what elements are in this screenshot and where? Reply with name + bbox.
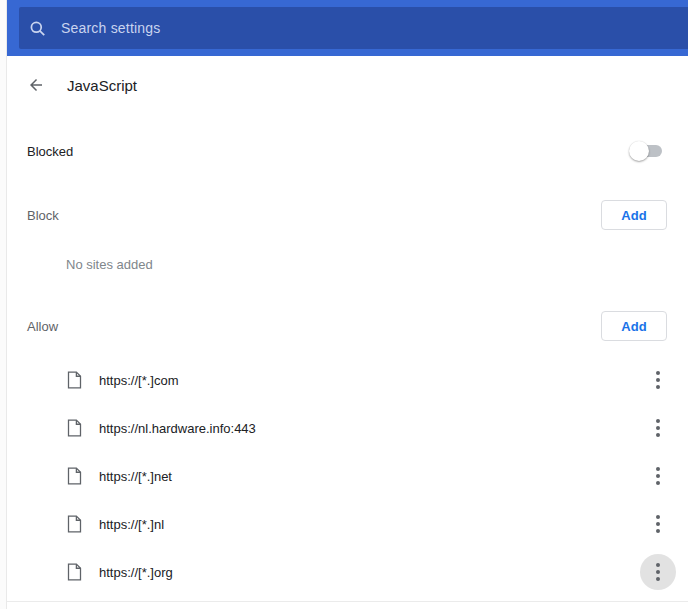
search-placeholder: Search settings — [61, 20, 161, 36]
site-url: https://[*.]com — [99, 373, 640, 388]
site-menu-button[interactable] — [640, 362, 676, 398]
document-icon — [67, 419, 82, 437]
site-url: https://[*.]net — [99, 469, 640, 484]
arrow-back-icon — [27, 76, 45, 94]
main-panel: Search settings JavaScript Blocked — [7, 0, 688, 609]
document-icon — [67, 563, 82, 581]
site-menu-button-hovered[interactable] — [640, 554, 676, 590]
toggle-knob — [629, 141, 649, 161]
document-icon — [67, 467, 82, 485]
allow-section-header: Allow Add — [7, 296, 688, 356]
blocked-toggle-row: Blocked — [7, 114, 688, 188]
subheader: JavaScript — [7, 56, 688, 114]
card-bottom-divider — [7, 601, 688, 602]
blocked-toggle[interactable] — [629, 141, 663, 161]
site-url: https://[*.]org — [99, 565, 640, 580]
search-icon — [28, 19, 47, 38]
more-vert-icon — [656, 562, 660, 583]
more-vert-icon — [656, 466, 660, 487]
site-row: https://[*.]net — [7, 452, 688, 500]
site-row: https://[*.]org — [7, 548, 688, 596]
document-icon — [67, 371, 82, 389]
allow-site-list: https://[*.]com https://nl.hardware.info… — [7, 356, 688, 596]
site-row: https://[*.]nl — [7, 500, 688, 548]
more-vert-icon — [656, 418, 660, 439]
site-row: https://[*.]com — [7, 356, 688, 404]
site-menu-button[interactable] — [640, 458, 676, 494]
block-section-header: Block Add — [7, 188, 688, 242]
search-toolbar: Search settings — [7, 0, 688, 56]
page-title: JavaScript — [67, 77, 137, 94]
more-vert-icon — [656, 370, 660, 391]
allow-section-label: Allow — [27, 319, 58, 334]
block-add-button[interactable]: Add — [601, 200, 667, 230]
site-url: https://nl.hardware.info:443 — [99, 421, 640, 436]
left-gutter — [0, 0, 7, 609]
allow-add-button[interactable]: Add — [601, 311, 667, 341]
document-icon — [67, 515, 82, 533]
block-empty-row: No sites added — [7, 242, 688, 286]
site-url: https://[*.]nl — [99, 517, 640, 532]
site-menu-button[interactable] — [640, 506, 676, 542]
site-menu-button[interactable] — [640, 410, 676, 446]
block-empty-text: No sites added — [66, 257, 153, 272]
site-row: https://nl.hardware.info:443 — [7, 404, 688, 452]
more-vert-icon — [656, 514, 660, 535]
back-button[interactable] — [27, 76, 45, 94]
block-section-label: Block — [27, 208, 59, 223]
blocked-label: Blocked — [27, 144, 73, 159]
search-input[interactable]: Search settings — [19, 7, 688, 49]
settings-page: Search settings JavaScript Blocked — [0, 0, 688, 609]
